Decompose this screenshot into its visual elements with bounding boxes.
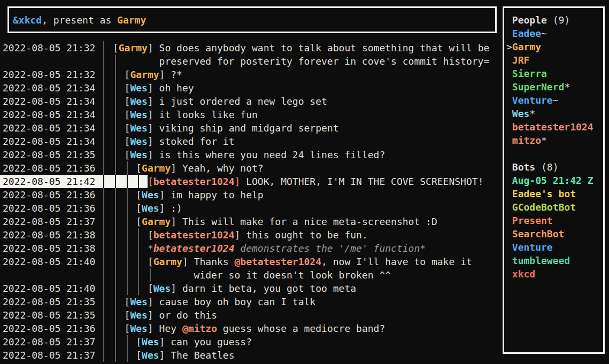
message-text: [ [125,122,130,134]
message-text: im happy to help [171,189,263,200]
wrap-guide-line [148,268,194,282]
nick-flag: ~ [541,28,547,39]
thread-guide-line [113,268,125,282]
chat-log: 2022-08-05 21:32 [Garmy] So does anybody… [0,41,500,362]
thread-guide-line [113,242,125,255]
speaker-name: Wes [130,82,148,94]
thread-guide-line [113,135,125,148]
bot-eadee-s-bot: Eadee's bot [506,187,603,200]
list-marker [506,120,512,134]
message-text: wider so it doesn't look broken ^^ [194,269,391,281]
message-text: [ [125,149,130,160]
people-header-title: People [512,14,547,26]
person-nick: SuperNerd [512,81,565,92]
gutter-separator-line [95,215,113,228]
speaker-name: Wes [142,350,159,361]
gutter-separator-line [95,148,113,161]
people-header: People (9) [506,13,603,27]
timestamp: 2022-08-05 21:34 [0,81,95,95]
gutter-separator-line [95,335,113,348]
message-text: ] [171,283,182,294]
message-text: ?* [171,69,182,80]
list-marker [506,241,512,254]
message-text: The Beatles [171,350,234,361]
thread-guide-line [125,202,136,215]
gutter-separator-line [95,295,113,308]
thread-guide-line [113,228,125,242]
speaker-name: betatester1024 [153,176,235,187]
nick-flag: * [541,135,547,146]
timestamp: 2022-08-05 21:40 [0,255,95,268]
person-supernerd: SuperNerd* [506,80,603,94]
bot-nick: xkcd [512,268,535,280]
message-text: [ [148,283,153,294]
chat-row: 2022-08-05 21:40 [Garmy] Thanks @betates… [0,255,500,268]
message-text: ] [159,336,171,347]
message-text: ] [234,229,246,241]
speaker-name: Garmy [142,162,171,174]
bot-venture: Venture [506,241,603,254]
thread-guide-line [113,161,125,175]
list-marker [506,214,512,227]
timestamp [0,55,95,68]
message-text: ] [171,216,182,227]
speaker-name: Wes [130,309,148,321]
message-text: i just ordered a new lego set [159,96,327,107]
speaker-name: Wes [130,109,148,120]
thread-guide-line [113,68,125,81]
message-text: is this where you need 24 lines filled? [159,149,386,160]
list-marker [506,67,512,80]
list-marker [506,200,512,214]
chat-row: 2022-08-05 21:34 [Wes] it looks like fun [0,108,500,121]
chat-row-highlighted: 2022-08-05 21:42 [betatester1024] LOOK, … [0,175,500,188]
message-text: guess whose a mediocre band? [217,323,385,334]
nick-flag: ~ [553,95,559,106]
channel-name: &xkcd [13,13,42,27]
message-text: , now I'll have to make it [321,256,472,267]
bot-nick: Venture [512,242,553,253]
channel-header: &xkcd, present as Garmy [7,6,497,33]
bot-tumbleweed: tumbleweed [506,254,603,267]
message-text: [ [148,256,153,267]
list-marker [506,94,512,107]
message-text: ] [148,96,159,107]
timestamp: 2022-08-05 21:40 [0,282,95,295]
chat-row: 2022-08-05 21:38 [betatester1024] this o… [0,228,500,242]
speaker-name: Garmy [142,216,171,227]
timestamp: 2022-08-05 21:35 [0,148,95,161]
timestamp: 2022-08-05 21:34 [0,135,95,148]
thread-guide-line [125,282,136,295]
timestamp: 2022-08-05 21:36 [0,202,95,215]
thread-guide-line [113,175,125,188]
speaker-name: Wes [130,323,148,334]
message-text: demonstrates the '/me' function* [234,243,426,254]
message-text: [ [136,189,142,200]
person-nick: Venture [512,95,553,106]
bot-nick: Eadee's bot [512,188,576,199]
thread-guide-line [136,282,148,295]
message-text: preserved for posterity forever in cove'… [159,56,490,67]
message-text: can you guess? [171,336,252,347]
current-user-marker: > [506,40,512,53]
bots-header: Bots (8) [506,160,603,174]
nick-flag: * [564,81,570,92]
message-text: ] [148,296,159,307]
timestamp: 2022-08-05 21:37 [0,335,95,348]
terminal-screen[interactable]: &xkcd, present as Garmy 2022-08-05 21:32… [0,0,609,364]
message-text: ] [159,69,171,80]
gutter-separator-line [95,68,113,81]
message-text: [ [125,296,130,307]
gutter-separator-line [95,135,113,148]
thread-guide-line [113,202,125,215]
list-marker [506,27,512,40]
nick-flag: * [529,108,535,119]
thread-guide-line [136,255,148,268]
chat-row: 2022-08-05 21:32 [Garmy] So does anybody… [0,41,500,55]
timestamp: 2022-08-05 21:32 [0,68,95,81]
list-marker [506,174,512,187]
chat-row: 2022-08-05 21:40 [Wes] darn it beta, you… [0,282,500,295]
chat-row: 2022-08-05 21:34 [Wes] i just ordered a … [0,95,500,108]
mention: @mitzo [182,323,217,334]
thread-guide-line [136,175,148,188]
timestamp [0,268,95,282]
